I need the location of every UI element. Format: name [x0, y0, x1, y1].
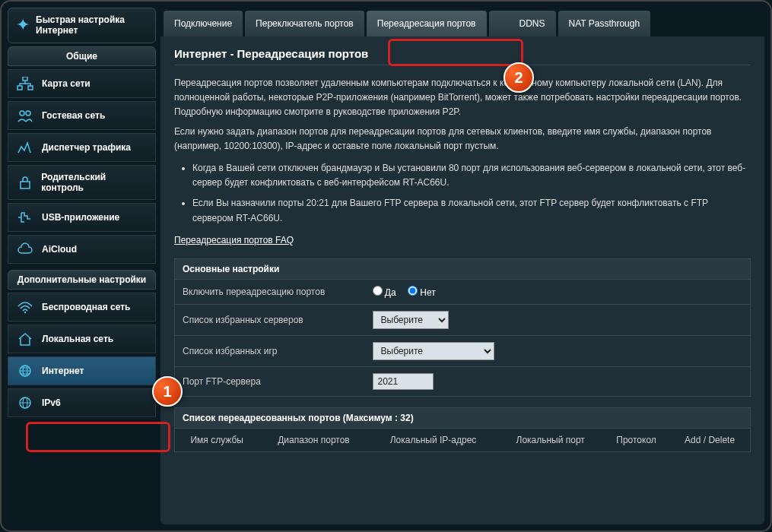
games-label: Список избранных игр: [175, 335, 365, 366]
nav-usb[interactable]: USB-приложение: [8, 203, 156, 232]
nav-label: Локальная сеть: [42, 334, 113, 344]
nav-ipv6[interactable]: IPv6: [8, 388, 156, 417]
svg-rect-0: [23, 77, 27, 81]
tab-port-forward[interactable]: Переадресация портов: [367, 11, 487, 36]
section-basic: Основные настройки: [175, 258, 751, 279]
servers-label: Список избранных серверов: [175, 304, 365, 335]
port-list-header: Список переадресованных портов (Максимум…: [175, 407, 751, 428]
svg-point-4: [26, 111, 30, 116]
lock-icon: [16, 175, 33, 190]
faq-link[interactable]: Переадресация портов FAQ: [174, 235, 294, 245]
nav-lan[interactable]: Локальная сеть: [8, 325, 156, 353]
port-list-table: Список переадресованных портов (Максимум…: [174, 407, 751, 452]
ftp-label: Порт FTP-сервера: [175, 366, 365, 396]
guest-icon: [16, 108, 34, 123]
col-service: Имя службы: [175, 428, 259, 451]
games-select[interactable]: Выберите: [373, 342, 494, 360]
nav-network-map[interactable]: Карта сети: [8, 69, 156, 98]
home-icon: [16, 331, 34, 347]
description: Переадресация портов позволяет удаленным…: [174, 76, 751, 248]
nav-label: Интернет: [42, 366, 84, 376]
tab-connection[interactable]: Подключение: [164, 11, 243, 36]
quick-setup-label: Быстрая настройка Интернет: [36, 14, 148, 36]
nav-traffic[interactable]: Диспетчер трафика: [8, 133, 156, 162]
network-icon: [16, 76, 34, 91]
nav-label: USB-приложение: [42, 212, 119, 223]
tab-nat[interactable]: NAT Passthrough: [558, 11, 651, 36]
tab-port-trigger[interactable]: Переключатель портов: [245, 11, 364, 36]
wifi-icon: [16, 299, 34, 315]
nav-label: Карта сети: [42, 78, 91, 89]
cloud-icon: [16, 242, 34, 257]
svg-point-6: [24, 312, 26, 313]
section-header-advanced: Дополнительные настройки: [8, 270, 156, 290]
nav-aicloud[interactable]: AiCloud: [8, 235, 156, 264]
enable-radio-group: Да Нет: [373, 287, 445, 298]
nav-guest[interactable]: Гостевая сеть: [8, 101, 156, 130]
col-ip: Локальный IP-адрес: [369, 428, 498, 451]
page-title: Интернет - Переадресация портов: [174, 47, 751, 60]
tabs: Подключение Переключатель портов Переадр…: [160, 8, 764, 36]
svg-rect-1: [17, 86, 22, 90]
nav-wireless[interactable]: Беспроводная сеть: [8, 293, 156, 321]
section-header-general: Общие: [8, 46, 156, 66]
nav-label: Гостевая сеть: [42, 110, 105, 121]
tab-ddns[interactable]: DDNS: [489, 11, 556, 36]
nav-parental[interactable]: Родительский контроль: [8, 165, 156, 200]
col-local-port: Локальный порт: [497, 428, 602, 451]
radio-no[interactable]: Нет: [408, 287, 436, 298]
basic-settings-table: Основные настройки Включить переадресаци…: [174, 258, 751, 397]
globe-icon: [16, 395, 34, 410]
globe-icon: [16, 363, 34, 378]
radio-yes[interactable]: Да: [373, 287, 396, 298]
svg-rect-5: [21, 182, 30, 188]
col-range: Диапазон портов: [259, 428, 368, 451]
nav-internet[interactable]: Интернет: [8, 356, 156, 385]
nav-label: IPv6: [42, 397, 61, 408]
traffic-icon: [16, 140, 34, 155]
nav-label: AiCloud: [42, 244, 77, 255]
nav-label: Родительский контроль: [41, 172, 148, 193]
svg-point-3: [20, 111, 24, 116]
usb-icon: [16, 210, 34, 225]
nav-label: Диспетчер трафика: [42, 142, 131, 153]
col-protocol: Протокол: [603, 428, 669, 451]
col-add-delete: Add / Delete: [669, 428, 750, 451]
enable-label: Включить переадресацию портов: [175, 279, 365, 304]
servers-select[interactable]: Выберите: [373, 311, 449, 329]
nav-label: Беспроводная сеть: [42, 302, 130, 312]
wand-icon: ✦: [16, 15, 30, 35]
divider: [174, 65, 751, 65]
quick-setup[interactable]: ✦ Быстрая настройка Интернет: [8, 8, 156, 43]
ftp-port-input[interactable]: [373, 373, 434, 390]
svg-rect-2: [28, 86, 33, 90]
